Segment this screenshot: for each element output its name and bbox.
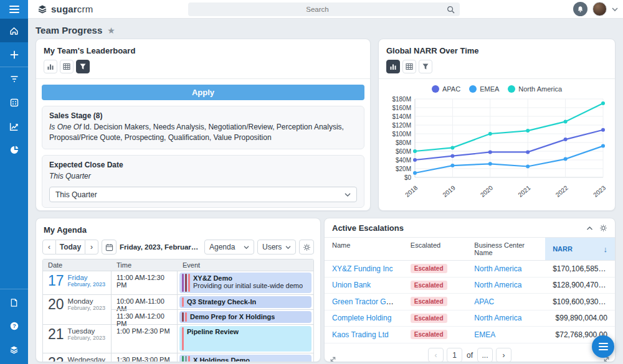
global-search[interactable] (188, 2, 460, 16)
filter-select[interactable]: This Quarter (49, 187, 357, 202)
agenda-event[interactable]: X Holdings Demo (179, 355, 312, 362)
sort-descending-icon[interactable]: ↓ (603, 245, 607, 254)
gear-icon[interactable] (599, 224, 607, 232)
data-point[interactable] (526, 129, 530, 133)
account-link[interactable]: Union Bank (332, 281, 371, 289)
account-link[interactable]: Green Tractor Group ... (332, 297, 403, 306)
narr-cell: $170,106,585.00 (545, 264, 615, 273)
sidebar-item-forecasts[interactable] (0, 114, 28, 138)
data-point[interactable] (413, 171, 417, 175)
next-period-button[interactable]: › (85, 240, 98, 254)
sidebar-spacer (0, 162, 28, 289)
column-header-business-center-name[interactable]: Business Center Name (467, 238, 545, 260)
agenda-event[interactable]: Pipeline Review (179, 326, 312, 352)
agenda-event[interactable]: Demo Prep for X Holdings (179, 311, 312, 323)
sidebar-item-charts[interactable] (0, 138, 28, 162)
page-header: Team Progress ★ (36, 25, 115, 35)
sidebar-item-filter[interactable] (0, 67, 28, 91)
sidebar-item-notes[interactable] (0, 291, 28, 314)
favorite-star-icon[interactable]: ★ (107, 26, 115, 35)
search-icon[interactable] (447, 6, 455, 14)
calendar-picker-button[interactable] (102, 240, 117, 254)
sidebar-item-create[interactable] (0, 42, 28, 67)
agenda-date-range[interactable]: Friday, 2023, February 17 - Frida... (120, 243, 201, 251)
table-view-button[interactable] (402, 60, 416, 73)
account-link[interactable]: XY&Z Funding Inc (332, 264, 392, 273)
legend-item-north-america[interactable]: North America (508, 85, 562, 93)
legend-item-emea[interactable]: EMEA (469, 85, 499, 93)
data-point[interactable] (601, 144, 605, 148)
legend-item-apac[interactable]: APAC (432, 85, 460, 93)
filter-view-button[interactable] (76, 60, 90, 73)
pagination-current-page[interactable]: 1 (447, 348, 462, 362)
bar-chart-icon (47, 63, 54, 70)
agenda-date-cell[interactable]: 22WednesdayFebruary, 2023 (43, 353, 112, 362)
column-header-event[interactable]: Event (178, 259, 313, 271)
search-input[interactable] (188, 6, 447, 13)
data-point[interactable] (450, 154, 454, 158)
agenda-date-cell[interactable]: 21TuesdayFebruary, 2023 (43, 325, 112, 353)
sidebar-item-home[interactable] (0, 19, 28, 42)
data-point[interactable] (564, 157, 568, 161)
column-header-narr[interactable]: NARR↓ (545, 238, 615, 260)
data-point[interactable] (526, 165, 530, 169)
agenda-event[interactable]: XY&Z DemoProviding our initial suite-wid… (179, 273, 312, 293)
data-point[interactable] (488, 162, 492, 166)
column-header-date[interactable]: Date (43, 259, 112, 271)
data-point[interactable] (601, 128, 605, 132)
previous-period-button[interactable]: ‹ (42, 240, 56, 254)
agenda-event[interactable]: Q3 Strategy Check-In (179, 296, 312, 308)
business-center-link[interactable]: North America (474, 281, 521, 289)
data-point[interactable] (564, 119, 568, 123)
filter-operator: Is One Of (49, 123, 81, 131)
data-point[interactable] (450, 164, 454, 167)
agenda-event-row: 1:00 PM-2:30 PMPipeline Review (112, 325, 313, 353)
data-point[interactable] (488, 132, 492, 136)
agenda-view-select[interactable]: Agenda (204, 240, 254, 254)
agenda-date-cell[interactable]: 20MondayFebruary, 2023 (43, 295, 112, 324)
data-point[interactable] (564, 138, 568, 141)
help-icon: ? (9, 321, 19, 331)
event-stripe (182, 312, 184, 322)
agenda-settings-button[interactable] (299, 240, 314, 254)
today-button[interactable]: Today (56, 240, 85, 254)
chart-view-button[interactable] (386, 60, 400, 73)
table-view-button[interactable] (60, 60, 74, 73)
business-center-link[interactable]: EMEA (474, 330, 495, 339)
agenda-users-select[interactable]: Users (257, 240, 296, 254)
agenda-date-cell[interactable]: 17FridayFebruary, 2023 (43, 271, 112, 294)
narr-cell: $109,600,930.00 (545, 297, 615, 306)
data-point[interactable] (450, 146, 454, 149)
brand-logo[interactable]: sugarcrm (37, 4, 93, 14)
chart-view-button[interactable] (44, 60, 57, 73)
pagination-next-button[interactable]: › (496, 348, 511, 362)
sidebar-item-stack[interactable] (0, 338, 28, 362)
user-avatar[interactable] (592, 2, 607, 16)
collapse-chevron-up-icon[interactable] (586, 226, 593, 231)
sidebar-item-help[interactable]: ? (0, 314, 28, 338)
main-menu-button[interactable] (0, 0, 28, 19)
filter-view-button[interactable] (419, 60, 432, 73)
account-link[interactable]: Complete Holding (332, 314, 391, 322)
resize-handle-icon[interactable] (330, 356, 336, 363)
sidebar-item-reports[interactable] (0, 91, 28, 114)
data-point[interactable] (601, 101, 605, 105)
account-link[interactable]: Kaos Trading Ltd (332, 330, 389, 339)
notifications-button[interactable] (573, 2, 587, 16)
column-header-escalated[interactable]: Escalated (403, 238, 467, 260)
pagination-previous-button[interactable]: ‹ (428, 348, 444, 362)
data-point[interactable] (413, 149, 417, 153)
pagination-ellipsis-button[interactable]: ... (477, 348, 493, 362)
data-point[interactable] (488, 150, 492, 154)
business-center-link[interactable]: North America (474, 314, 521, 322)
business-center-link[interactable]: North America (474, 264, 521, 273)
data-point[interactable] (413, 158, 417, 162)
apply-button[interactable]: Apply (42, 85, 364, 100)
quick-actions-fab[interactable] (592, 335, 614, 358)
column-header-time[interactable]: Time (112, 259, 178, 271)
column-header-name[interactable]: Name (325, 238, 403, 260)
business-center-link[interactable]: APAC (474, 297, 494, 306)
data-point[interactable] (526, 150, 530, 154)
chevron-down-icon (244, 245, 249, 250)
profile-chevron-down-icon[interactable] (612, 7, 618, 12)
